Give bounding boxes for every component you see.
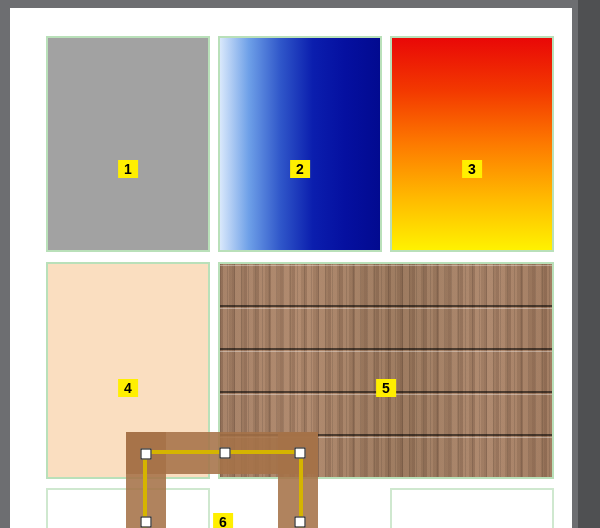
swatch-blue-gradient[interactable]: 2 xyxy=(218,36,382,252)
swatch-hot-gradient[interactable]: 3 xyxy=(390,36,554,252)
selection-handle[interactable] xyxy=(141,517,152,528)
shape-arch-right-leg[interactable] xyxy=(278,432,318,528)
editor-pasteboard: 1 2 3 4 5 6 xyxy=(10,8,572,528)
selection-handle[interactable] xyxy=(295,448,306,459)
right-panel-edge xyxy=(578,0,600,528)
badge-1: 1 xyxy=(118,160,138,178)
badge-4: 4 xyxy=(118,379,138,397)
badge-6: 6 xyxy=(213,513,233,528)
canvas[interactable]: 1 2 3 4 5 6 xyxy=(38,28,564,528)
badge-3: 3 xyxy=(462,160,482,178)
badge-5: 5 xyxy=(376,379,396,397)
selection-handle[interactable] xyxy=(141,449,152,460)
swatch-gray[interactable]: 1 xyxy=(46,36,210,252)
badge-2: 2 xyxy=(290,160,310,178)
empty-swatch-right[interactable] xyxy=(390,488,554,528)
selection-handle[interactable] xyxy=(220,448,231,459)
selection-handle[interactable] xyxy=(295,517,306,528)
